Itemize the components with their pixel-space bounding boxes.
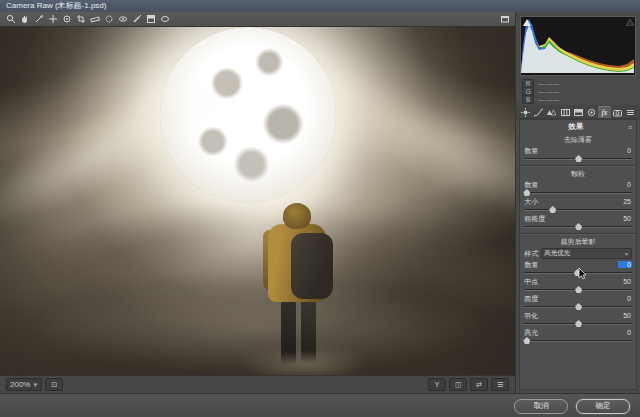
tab-presets[interactable] [624,106,637,118]
slider-value[interactable]: 0 [618,295,632,302]
slider-track[interactable] [524,155,632,162]
tab-split-toning[interactable] [572,106,585,118]
slider-label: 中点 [524,277,538,287]
section-title-vignette: 裁剪后晕影 [524,237,632,247]
shadow-clipping-icon[interactable] [522,18,531,26]
slider-thumb[interactable] [575,320,582,327]
straighten-tool-icon[interactable] [88,13,101,25]
slider-thumb[interactable] [523,189,530,196]
red-eye-tool-icon[interactable] [116,13,129,25]
section-title-grain: 颗粒 [524,169,632,179]
slider-label: 圆度 [524,294,538,304]
style-label: 样式 [524,249,538,259]
slider-thumb[interactable] [575,155,582,162]
zoom-fit-button[interactable]: ⊡ [45,378,63,391]
highlight-clipping-icon[interactable] [625,18,634,26]
person-backpack [291,233,333,299]
vignette-style-value: 高光优先 [544,249,624,258]
white-balance-tool-icon[interactable] [32,13,45,25]
graduated-filter-tool-icon[interactable] [144,13,157,25]
hand-tool-icon[interactable] [18,13,31,25]
divider [520,233,636,234]
slider-thumb[interactable] [574,269,581,276]
toggle-fullscreen-icon[interactable] [498,13,511,25]
tab-camera-calibration[interactable] [611,106,624,118]
chevron-down-icon: ▼ [624,251,629,257]
adjustment-brush-tool-icon[interactable] [130,13,143,25]
histogram[interactable] [520,16,636,76]
divider [520,165,636,166]
slider-value-selected[interactable]: 0 [618,261,632,268]
slider-thumb[interactable] [575,303,582,310]
panel-title: 效果 [524,122,628,132]
effects-panel: 效果 ≡ 去除薄雾 数量 0 颗粒 [519,119,637,390]
slider-thumb[interactable] [549,206,556,213]
section-title-dehaze: 去除薄雾 [524,135,632,145]
slider-track[interactable] [524,303,632,310]
tab-hsl-grayscale[interactable] [558,106,571,118]
tab-detail[interactable] [545,106,558,118]
dialog-footer: 取消 确定 [0,393,640,417]
adjustments-panel: R ——— G ——— B ——— fx [515,12,640,393]
color-sampler-tool-icon[interactable] [46,13,59,25]
targeted-adjustment-tool-icon[interactable] [60,13,73,25]
slider-track[interactable] [524,189,632,196]
slider-value[interactable]: 0 [618,181,632,188]
person-leg [281,299,296,365]
b-label: B [522,95,534,104]
preview-split-button[interactable]: ◫ [449,378,467,391]
panel-menu-icon[interactable]: ≡ [628,124,632,131]
zoom-level-value: 200% [10,380,30,389]
slider-value[interactable]: 50 [618,312,632,319]
slider-track[interactable] [524,223,632,230]
slider-thumb[interactable] [575,286,582,293]
zoom-tool-icon[interactable] [4,13,17,25]
slider-value[interactable]: 25 [618,198,632,205]
person-leg [301,299,316,363]
toolbar [0,12,515,27]
slider-label: 高光 [524,328,538,338]
slider-label: 粗糙度 [524,214,545,224]
slider-label: 数量 [524,146,538,156]
slider-label: 数量 [524,180,538,190]
tab-effects[interactable]: fx [598,106,611,118]
preview-swap-button[interactable]: ⇄ [470,378,488,391]
rgb-row-g: G ——— [522,87,634,95]
slider-track[interactable] [524,206,632,213]
image-preview[interactable] [0,27,515,375]
camera-raw-dialog: Camera Raw (未标题-1.psd) [0,0,640,417]
slider-vignette-midpoint: 中点 50 [524,277,632,293]
slider-value[interactable]: 50 [618,215,632,222]
slider-grain-size: 大小 25 [524,197,632,213]
slider-value[interactable]: 0 [618,147,632,154]
ok-button[interactable]: 确定 [576,399,630,414]
slider-thumb[interactable] [523,337,530,344]
zoom-level-select[interactable]: 200% ▼ [6,378,42,391]
tab-lens-corrections[interactable] [585,106,598,118]
slider-grain-amount: 数量 0 [524,180,632,196]
slider-track[interactable] [524,269,632,276]
radial-filter-tool-icon[interactable] [158,13,171,25]
tab-tone-curve[interactable] [532,106,545,118]
slider-value[interactable]: 0 [618,329,632,336]
cancel-button[interactable]: 取消 [514,399,568,414]
slider-thumb[interactable] [575,223,582,230]
slider-vignette-highlights: 高光 0 [524,328,632,344]
person-hood [283,203,311,229]
preview-cycle-label: Y [435,381,440,388]
slider-track[interactable] [524,320,632,327]
preview-settings-button[interactable]: ☰ [491,378,509,391]
slider-label: 大小 [524,197,538,207]
slider-label: 数量 [524,260,538,270]
tab-basic[interactable] [519,106,532,118]
slider-track[interactable] [524,286,632,293]
slider-track[interactable] [524,337,632,344]
slider-vignette-feather: 羽化 50 [524,311,632,327]
slider-value[interactable]: 50 [618,278,632,285]
preview-cycle-button[interactable]: Y [428,378,446,391]
crop-tool-icon[interactable] [74,13,87,25]
title-bar: Camera Raw (未标题-1.psd) [0,0,640,12]
vignette-style-select[interactable]: 高光优先 ▼ [541,248,632,259]
window-title: Camera Raw (未标题-1.psd) [6,1,106,10]
spot-removal-tool-icon[interactable] [102,13,115,25]
